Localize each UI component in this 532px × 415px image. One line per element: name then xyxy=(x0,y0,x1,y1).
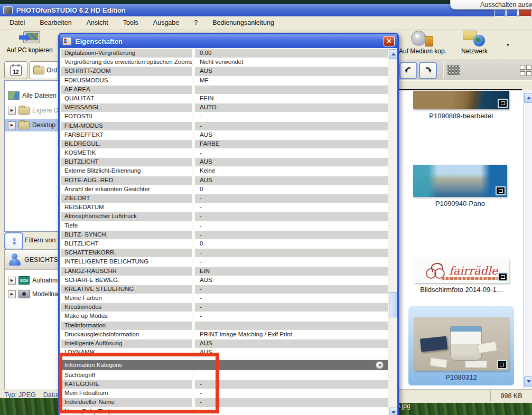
property-row: ROTE-AUG.-RED.AUS xyxy=(61,176,388,185)
file-size-label: 998 KB xyxy=(494,392,529,400)
property-label: Titelinformation xyxy=(61,322,192,330)
property-row: FARBEFFEKTAUS xyxy=(61,131,388,139)
calendar-view-tab[interactable]: 12 xyxy=(4,61,27,79)
property-value: - xyxy=(195,398,388,407)
logo-tagline xyxy=(442,277,501,280)
thumbnail-Bildschirmfoto-2014-09-1-[interactable]: fairrädleBildschirmfoto 2014-09-1… xyxy=(414,259,509,294)
property-value: - xyxy=(195,258,388,266)
thumbnail-P1090940-Pano[interactable]: P1090940-Pano xyxy=(413,165,507,208)
dialog-scroll-down-button[interactable] xyxy=(389,408,397,415)
tree-item-alle-dateien[interactable]: Alle Dateien xyxy=(5,89,59,102)
rotate-left-button[interactable] xyxy=(399,62,417,79)
property-row: Anzahl der erkannten Gesichter0 xyxy=(61,185,388,194)
tree-item-eigene-d[interactable]: ▶Eigene D xyxy=(5,104,59,117)
rotate-right-button[interactable] xyxy=(419,62,437,79)
toolbar-dropdown-caret[interactable]: ▾ xyxy=(507,42,509,48)
property-row: BLITZ- SYNCH.- xyxy=(61,231,388,239)
dialog-scroll-thumb[interactable] xyxy=(389,292,397,317)
property-value: - xyxy=(195,203,388,212)
property-row: INTELLIGENTE BELICHTUNG- xyxy=(61,258,388,266)
copy-to-medium-button[interactable]: Auf Medium kop. xyxy=(395,31,450,59)
thumbnail-P1090889-bearbeitet[interactable]: P1090889-bearbeitet xyxy=(413,91,509,120)
expander-icon[interactable]: ▶ xyxy=(8,290,16,298)
face-tree-item-modellnan[interactable]: ▶Modellnan xyxy=(5,288,59,300)
chevron-double-down-icon: » xyxy=(12,238,16,241)
tree-item-desktop[interactable]: ▶Desktop xyxy=(5,119,59,131)
window-title: PHOTOfunSTUDIO 6.2 HD Edition xyxy=(16,6,126,14)
filter-images-button[interactable]: » » xyxy=(4,232,23,250)
property-label: REISEDATUM xyxy=(61,203,192,212)
network-button[interactable]: Netzwerk xyxy=(451,31,498,59)
menu-item-ansicht[interactable]: Ansicht xyxy=(79,17,116,28)
scroll-up-button[interactable] xyxy=(524,93,532,103)
cd-card-icon xyxy=(411,31,434,46)
property-value: EIN xyxy=(195,267,388,276)
property-label: QUALITÄT xyxy=(61,95,192,103)
property-row: FOKUSMODUSMF xyxy=(61,77,388,85)
menu-item-tools[interactable]: Tools xyxy=(116,17,146,28)
folder-tab-label: Ord xyxy=(46,67,57,74)
menu-item-datei[interactable]: Datei xyxy=(2,17,32,28)
property-value: AUS xyxy=(195,339,388,348)
view-layout-icon[interactable] xyxy=(520,65,531,75)
property-value: AUS xyxy=(195,131,388,139)
property-value: - xyxy=(195,285,388,294)
dialog-titlebar[interactable]: Eigenschaften xyxy=(60,34,397,48)
property-label: Make up Modus xyxy=(61,312,192,320)
property-row: WEISSABGL.AUTO xyxy=(61,103,388,112)
property-label: Externe Blitzlicht-Erkennung xyxy=(61,167,192,175)
copy-to-pc-button[interactable]: Auf PC kopieren xyxy=(2,31,57,59)
calendar-icon: 12 xyxy=(10,65,22,76)
expander-icon[interactable]: ▶ xyxy=(8,121,16,129)
thumbnail-name: P1090940-Pano xyxy=(435,200,485,208)
face-recognition-header[interactable]: GESICHTSER xyxy=(5,250,59,270)
property-row: QUALITÄTFEIN xyxy=(61,95,388,103)
property-label: KOSMETIK xyxy=(61,149,192,157)
face-tree-item-aufnahme[interactable]: ▶SCNAufnahme xyxy=(5,274,59,287)
chevron-double-down-icon: » xyxy=(12,241,16,244)
menu-item-?[interactable]: ? xyxy=(186,17,205,28)
rotate-left-icon xyxy=(404,67,413,75)
thumb-panel-scrollbar[interactable] xyxy=(523,90,532,389)
scroll-down-button[interactable] xyxy=(524,376,532,386)
property-row: BLITZLICHT0 xyxy=(61,240,388,248)
property-label: Anzahl der erkannten Gesichter xyxy=(61,185,192,194)
thumbnail-image[interactable] xyxy=(414,317,509,371)
dialog-scroll-up-button[interactable] xyxy=(389,49,397,59)
dialog-scrollbar[interactable] xyxy=(388,49,397,415)
thumbnail-image[interactable] xyxy=(413,165,507,197)
property-row: Digitalzoom-Vergrößerung0.00 xyxy=(61,49,388,58)
expander-icon[interactable]: ▶ xyxy=(8,277,16,285)
expander-icon[interactable]: ▶ xyxy=(8,107,16,115)
tree-item-label: Desktop xyxy=(32,121,55,129)
thumbnail-image[interactable] xyxy=(413,91,509,109)
property-label: KREATIVE STEUERUNG xyxy=(61,285,192,294)
thumbnail-name: P1080312 xyxy=(445,373,477,381)
property-value: - xyxy=(195,408,388,415)
dialog-close-button[interactable]: ✕ xyxy=(384,36,395,46)
thumbnail-grid-icon[interactable] xyxy=(447,65,460,75)
thumb-status-bar: 998 KB xyxy=(394,389,532,403)
menu-item-bearbeiten[interactable]: Bearbeiten xyxy=(32,17,79,28)
property-row: Intelligente AuflösungAUS xyxy=(61,339,388,348)
file-type-label: Typ: JPEG xyxy=(4,391,36,399)
property-value: - xyxy=(195,122,388,130)
thumbnail-P1080312[interactable]: P1080312 xyxy=(408,306,514,385)
menu-item-ausgabe[interactable]: Ausgabe xyxy=(146,17,186,28)
property-label: FOTOSTIL xyxy=(61,112,192,121)
folder-tree-panel: Alle Dateien▶Eigene D▶Desktop xyxy=(4,80,59,232)
mac-menu-overlay[interactable]: Ausschalten auswe xyxy=(450,0,532,10)
screen: ie.jpg PHOTOfunSTUDIO 6.2 HD Edition Dat… xyxy=(0,0,532,415)
thumbnail-image[interactable]: fairrädle xyxy=(414,259,509,283)
face-recognition-label: GESICHTSER xyxy=(24,256,59,263)
paint-pad xyxy=(419,336,447,352)
property-label: Tiefe xyxy=(61,222,192,230)
property-label: SCHATTENKORR. xyxy=(61,249,192,257)
network-label: Netzwerk xyxy=(461,48,488,55)
menu-item-bedienungsanleitung[interactable]: Bedienungsanleitung xyxy=(205,17,282,28)
edited-badge-icon xyxy=(498,272,508,281)
property-row: LANGZ-RAUSCHREIN xyxy=(61,267,388,276)
section-collapse-button[interactable]: « xyxy=(376,361,384,369)
property-label: Kreativmodus xyxy=(61,303,192,312)
folder-view-tab[interactable]: Ord xyxy=(29,61,58,79)
